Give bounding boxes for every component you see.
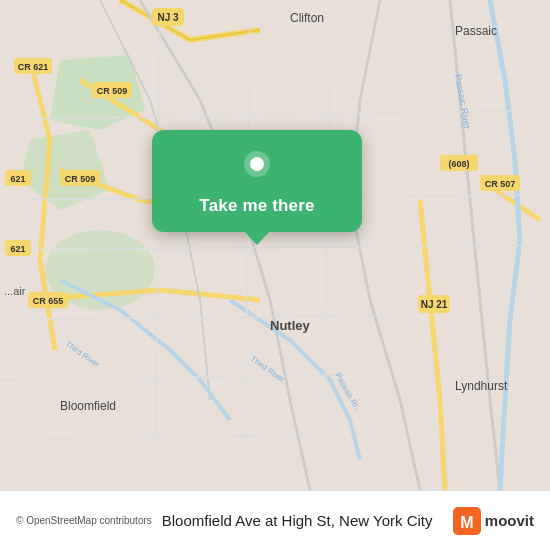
moovit-logo: M moovit [453, 507, 534, 535]
svg-text:Nutley: Nutley [270, 318, 311, 333]
moovit-icon: M [453, 507, 481, 535]
svg-text:Lyndhurst: Lyndhurst [455, 379, 508, 393]
moovit-text: moovit [485, 512, 534, 529]
svg-point-35 [250, 157, 264, 171]
popup-card[interactable]: Take me there [152, 130, 362, 232]
svg-text:(608): (608) [448, 159, 469, 169]
location-pin-icon [238, 148, 276, 186]
svg-text:Passaic: Passaic [455, 24, 497, 38]
location-label: Bloomfield Ave at High St, New York City [162, 512, 443, 529]
svg-text:CR 655: CR 655 [33, 296, 64, 306]
svg-text:NJ 3: NJ 3 [157, 12, 179, 23]
svg-text:...air: ...air [4, 285, 26, 297]
bottom-bar: © OpenStreetMap contributors Bloomfield … [0, 490, 550, 550]
take-me-there-button[interactable]: Take me there [199, 196, 314, 216]
map-container: NJ 3 CR 621 CR 509 CR 509 621 621 CR 655… [0, 0, 550, 490]
svg-text:CR 621: CR 621 [18, 62, 49, 72]
svg-text:NJ 21: NJ 21 [421, 299, 448, 310]
osm-credit: © OpenStreetMap contributors [16, 515, 152, 526]
svg-text:CR 507: CR 507 [485, 179, 516, 189]
svg-text:CR 509: CR 509 [97, 86, 128, 96]
svg-text:621: 621 [10, 244, 25, 254]
svg-text:M: M [460, 514, 473, 531]
svg-text:Clifton: Clifton [290, 11, 324, 25]
svg-text:CR 509: CR 509 [65, 174, 96, 184]
svg-text:621: 621 [10, 174, 25, 184]
svg-text:Bloomfield: Bloomfield [60, 399, 116, 413]
